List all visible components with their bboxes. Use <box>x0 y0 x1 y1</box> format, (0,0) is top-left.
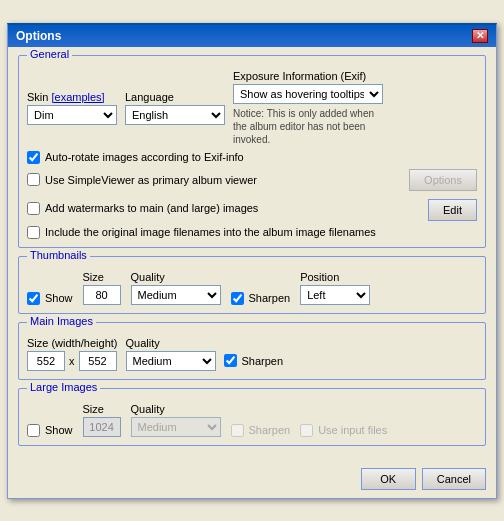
main-size-label: Size (width/height) <box>27 337 118 349</box>
exif-notice: Notice: This is only added when the albu… <box>233 107 388 146</box>
main-sharpen-label: Sharpen <box>242 355 284 367</box>
thumbnails-size-input[interactable] <box>83 285 121 305</box>
large-size-label: Size <box>83 403 121 415</box>
watermarks-row: Add watermarks to main (and large) image… <box>27 202 258 215</box>
large-show-col: Show <box>27 410 73 437</box>
thumbnails-show-row: Show <box>27 292 73 305</box>
thumbnails-row: Show Size Quality Medium <box>27 271 477 305</box>
filenames-checkbox[interactable] <box>27 226 40 239</box>
general-group: General Skin [examples] Dim Language <box>18 55 486 248</box>
large-size-col: Size <box>83 403 121 437</box>
large-sharpen-col: Sharpen <box>231 424 291 437</box>
large-use-input-row: Use input files <box>300 424 387 437</box>
main-size-col: Size (width/height) x <box>27 337 118 371</box>
thumbnails-position-col: Position Left <box>300 271 370 305</box>
large-quality-col: Quality Medium <box>131 403 221 437</box>
thumbnails-sharpen-label: Sharpen <box>249 292 291 304</box>
thumbnails-quality-label: Quality <box>131 271 221 283</box>
main-height-input[interactable] <box>79 351 117 371</box>
large-sharpen-checkbox[interactable] <box>231 424 244 437</box>
thumbnails-show-checkbox[interactable] <box>27 292 40 305</box>
simple-viewer-label: Use SimpleViewer as primary album viewer <box>45 174 257 186</box>
thumbnails-show-col: Show <box>27 278 73 305</box>
dialog-title: Options <box>16 29 61 43</box>
thumbnails-position-label: Position <box>300 271 370 283</box>
main-quality-label: Quality <box>126 337 216 349</box>
thumbnails-quality-col: Quality Medium <box>131 271 221 305</box>
large-show-checkbox[interactable] <box>27 424 40 437</box>
large-size-input[interactable] <box>83 417 121 437</box>
large-sharpen-row: Sharpen <box>231 424 291 437</box>
language-label: Language <box>125 91 225 103</box>
language-select[interactable]: English <box>125 105 225 125</box>
watermarks-checkbox[interactable] <box>27 202 40 215</box>
simple-viewer-row: Use SimpleViewer as primary album viewer <box>27 173 257 186</box>
bottom-bar: OK Cancel <box>8 462 496 498</box>
thumbnails-position-select[interactable]: Left <box>300 285 370 305</box>
large-images-row: Show Size Quality Medium <box>27 403 477 437</box>
dialog-content: General Skin [examples] Dim Language <box>8 47 496 462</box>
main-images-group-label: Main Images <box>27 315 96 327</box>
large-use-input-checkbox[interactable] <box>300 424 313 437</box>
filenames-row: Include the original image filenames int… <box>27 226 477 239</box>
title-bar: Options ✕ <box>8 25 496 47</box>
size-x-separator: x <box>69 355 75 367</box>
ok-button[interactable]: OK <box>361 468 416 490</box>
large-use-input-label: Use input files <box>318 424 387 436</box>
auto-rotate-label: Auto-rotate images according to Exif-inf… <box>45 151 244 163</box>
thumbnails-sharpen-col: Sharpen <box>231 278 291 305</box>
thumbnails-size-label: Size <box>83 271 121 283</box>
cancel-button[interactable]: Cancel <box>422 468 486 490</box>
large-show-label: Show <box>45 424 73 436</box>
edit-button[interactable]: Edit <box>428 199 477 221</box>
thumbnails-quality-select[interactable]: Medium <box>131 285 221 305</box>
thumbnails-sharpen-row: Sharpen <box>231 292 291 305</box>
main-images-group: Main Images Size (width/height) x Qualit… <box>18 322 486 380</box>
large-use-input-col: Use input files <box>300 424 387 437</box>
main-sharpen-row: Sharpen <box>224 354 284 367</box>
large-sharpen-label: Sharpen <box>249 424 291 436</box>
large-show-row: Show <box>27 424 73 437</box>
large-quality-select[interactable]: Medium <box>131 417 221 437</box>
main-sharpen-checkbox[interactable] <box>224 354 237 367</box>
skin-examples-link[interactable]: [examples] <box>51 91 104 103</box>
exif-label: Exposure Information (Exif) <box>233 70 388 82</box>
skin-select[interactable]: Dim <box>27 105 117 125</box>
exif-select[interactable]: Show as hovering tooltips <box>233 84 383 104</box>
language-col: Language English <box>125 91 225 125</box>
skin-label: Skin [examples] <box>27 91 117 103</box>
simple-viewer-checkbox[interactable] <box>27 173 40 186</box>
general-group-label: General <box>27 48 72 60</box>
exif-col: Exposure Information (Exif) Show as hove… <box>233 70 388 146</box>
large-images-group: Large Images Show Size Quality <box>18 388 486 446</box>
main-quality-col: Quality Medium <box>126 337 216 371</box>
filenames-label: Include the original image filenames int… <box>45 226 376 238</box>
skin-lang-exif-row: Skin [examples] Dim Language English <box>27 70 477 146</box>
watermarks-label: Add watermarks to main (and large) image… <box>45 202 258 214</box>
thumbnails-group: Thumbnails Show Size Quality <box>18 256 486 314</box>
auto-rotate-checkbox[interactable] <box>27 151 40 164</box>
thumbnails-sharpen-spacer <box>231 278 234 290</box>
thumbnails-show-label: Show <box>45 292 73 304</box>
skin-col: Skin [examples] Dim <box>27 91 117 125</box>
main-quality-select[interactable]: Medium <box>126 351 216 371</box>
main-images-row: Size (width/height) x Quality Medium <box>27 337 477 371</box>
thumbnails-size-col: Size <box>83 271 121 305</box>
thumbnails-show-spacer <box>27 278 30 290</box>
large-images-group-label: Large Images <box>27 381 100 393</box>
thumbnails-group-label: Thumbnails <box>27 249 90 261</box>
main-sharpen-col: Sharpen <box>224 354 284 367</box>
options-dialog: Options ✕ General Skin [examples] Dim <box>7 23 497 499</box>
auto-rotate-row: Auto-rotate images according to Exif-inf… <box>27 151 477 164</box>
thumbnails-sharpen-checkbox[interactable] <box>231 292 244 305</box>
options-button[interactable]: Options <box>409 169 477 191</box>
large-quality-label: Quality <box>131 403 221 415</box>
close-button[interactable]: ✕ <box>472 29 488 43</box>
main-width-input[interactable] <box>27 351 65 371</box>
